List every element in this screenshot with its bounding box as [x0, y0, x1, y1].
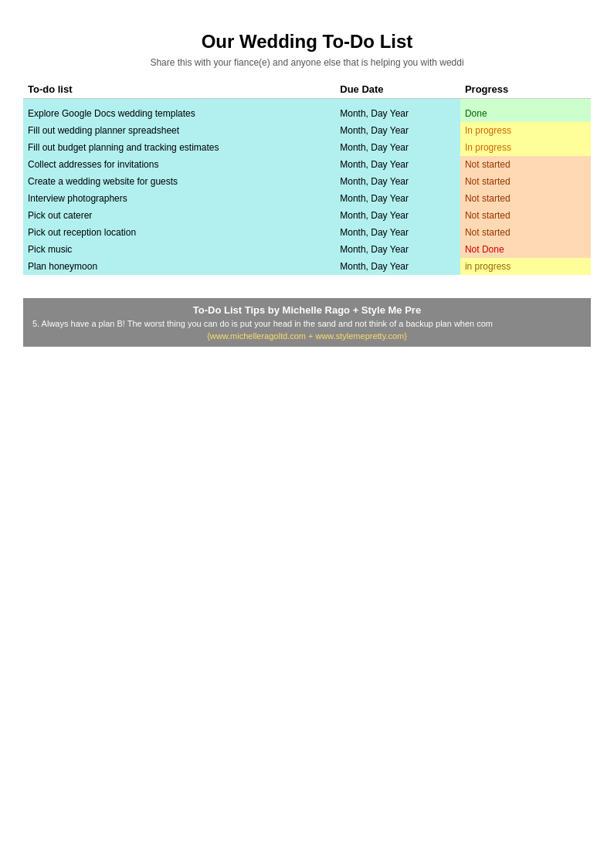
task-cell: Interview photographers: [23, 190, 335, 207]
task-cell: Collect addresses for invitations: [23, 156, 335, 173]
table-row: Collect addresses for invitationsMonth, …: [23, 156, 591, 173]
table-row: Interview photographersMonth, Day YearNo…: [23, 190, 591, 207]
progress-cell: Not started: [460, 190, 591, 207]
tips-title: To-Do List Tips by Michelle Rago + Style…: [32, 304, 582, 316]
progress-cell: [460, 99, 591, 106]
table-row: Explore Google Docs wedding templatesMon…: [23, 105, 591, 122]
tips-section: To-Do List Tips by Michelle Rago + Style…: [23, 298, 591, 347]
tips-text: 5. Always have a plan B! The worst thing…: [32, 319, 582, 328]
tips-links: {www.michelleragoltd.com + www.stylemepr…: [32, 331, 582, 341]
header-task: To-do list: [23, 80, 335, 99]
header-date: Due Date: [335, 80, 460, 99]
progress-cell: Not Done: [460, 241, 591, 258]
progress-cell: Done: [460, 105, 591, 122]
task-cell: Plan honeymoon: [23, 258, 335, 275]
task-cell: Create a wedding website for guests: [23, 173, 335, 190]
date-cell: Month, Day Year: [335, 122, 460, 139]
table-row: [23, 99, 591, 106]
date-cell: Month, Day Year: [335, 139, 460, 156]
todo-table: To-do list Due Date Progress Explore Goo…: [23, 80, 591, 275]
page-title: Our Wedding To-Do List: [23, 31, 591, 53]
progress-cell: Not started: [460, 173, 591, 190]
date-cell: Month, Day Year: [335, 190, 460, 207]
progress-cell: Not started: [460, 224, 591, 241]
date-cell: Month, Day Year: [335, 173, 460, 190]
date-cell: Month, Day Year: [335, 105, 460, 122]
date-cell: Month, Day Year: [335, 241, 460, 258]
table-row: Pick musicMonth, Day YearNot Done: [23, 241, 591, 258]
task-cell: [23, 99, 335, 106]
date-cell: Month, Day Year: [335, 207, 460, 224]
task-cell: Fill out wedding planner spreadsheet: [23, 122, 335, 139]
progress-cell: In progress: [460, 139, 591, 156]
progress-cell: Not started: [460, 207, 591, 224]
task-cell: Pick out reception location: [23, 224, 335, 241]
progress-cell: in progress: [460, 258, 591, 275]
page-subtitle: Share this with your fiance(e) and anyon…: [23, 57, 591, 68]
task-cell: Explore Google Docs wedding templates: [23, 105, 335, 122]
date-cell: Month, Day Year: [335, 156, 460, 173]
header-progress: Progress: [460, 80, 591, 99]
progress-cell: In progress: [460, 122, 591, 139]
date-cell: Month, Day Year: [335, 224, 460, 241]
table-row: Fill out budget planning and tracking es…: [23, 139, 591, 156]
table-row: Create a wedding website for guestsMonth…: [23, 173, 591, 190]
table-row: Pick out reception locationMonth, Day Ye…: [23, 224, 591, 241]
date-cell: Month, Day Year: [335, 258, 460, 275]
progress-cell: Not started: [460, 156, 591, 173]
task-cell: Pick music: [23, 241, 335, 258]
task-cell: Fill out budget planning and tracking es…: [23, 139, 335, 156]
table-row: Plan honeymoonMonth, Day Yearin progress: [23, 258, 591, 275]
task-cell: Pick out caterer: [23, 207, 335, 224]
table-row: Pick out catererMonth, Day YearNot start…: [23, 207, 591, 224]
table-row: Fill out wedding planner spreadsheetMont…: [23, 122, 591, 139]
date-cell: [335, 99, 460, 106]
